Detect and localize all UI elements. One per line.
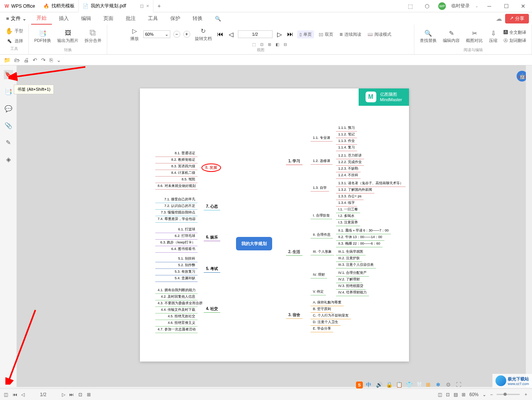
expand-icon[interactable]: ⛶ <box>456 382 463 388</box>
search-button[interactable]: 🔍 <box>209 12 226 25</box>
zoom-in-button[interactable]: ＋ <box>524 391 528 398</box>
double-page-button[interactable]: ▯▯双页 <box>317 31 335 38</box>
nav-prev[interactable]: ◁ <box>21 392 25 397</box>
maximize-button[interactable]: ☐ <box>500 0 512 12</box>
cloud-icon[interactable]: ☁ <box>496 15 502 22</box>
redo-icon[interactable]: ↷ <box>41 57 46 63</box>
new-tab-button[interactable]: ＋ <box>153 0 165 12</box>
compress-button[interactable]: ⇩压缩 <box>487 28 499 44</box>
export-image-button[interactable]: 🖼输出为图片 <box>56 28 80 44</box>
sound-icon[interactable]: 🔊 <box>376 382 383 388</box>
copy-icon[interactable]: ⎘ <box>50 57 53 63</box>
grid-icon[interactable]: ⬚ <box>404 0 416 12</box>
nav-last[interactable]: ⏭ <box>286 30 294 38</box>
snow-icon[interactable]: ❄ <box>436 382 443 388</box>
crop-compare-button[interactable]: ✂截图对比 <box>464 28 484 44</box>
zoom-select[interactable]: 60%⌄ <box>143 30 170 38</box>
caret-down-icon[interactable]: ⌄ <box>475 4 478 8</box>
login-text[interactable]: 临时登录 <box>451 3 470 9</box>
sogou-icon[interactable]: S <box>356 382 363 388</box>
clipboard-icon[interactable]: 📋 <box>396 382 403 388</box>
view-icon[interactable]: ⊡ <box>260 42 263 47</box>
tshirt-icon[interactable]: 👕 <box>406 382 413 388</box>
split-merge-button[interactable]: ⿻拆分合并 <box>83 28 103 44</box>
more-icon[interactable]: ⌄ <box>57 57 61 63</box>
menu-edit[interactable]: 编辑 <box>76 12 96 25</box>
caret-down-icon[interactable]: ⌄ <box>482 392 486 397</box>
menu-protect[interactable]: 保护 <box>165 12 186 25</box>
tool-icon[interactable]: 🦷 <box>416 382 423 388</box>
nav-next[interactable]: ▷ <box>276 30 283 38</box>
leaf-node: IV.3. 拒绝校园贷 <box>336 283 366 290</box>
ime-icon[interactable]: 中 <box>366 382 373 388</box>
view-icon[interactable]: ◫ <box>438 392 442 397</box>
gear-icon[interactable]: ⚙ <box>446 382 453 388</box>
cube-icon[interactable]: ⬡ <box>421 0 433 12</box>
attachment-button[interactable]: 📎 <box>4 121 13 130</box>
view-icon[interactable]: ⬚ <box>252 42 256 47</box>
layers-button[interactable]: ◈ <box>4 155 13 164</box>
edit-content-button[interactable]: ✎编辑内容 <box>441 28 461 44</box>
menu-tools[interactable]: 工具 <box>143 12 163 25</box>
page-input[interactable] <box>238 30 273 38</box>
share-icon: ↗ <box>510 15 514 22</box>
select-tool[interactable]: ⬉选择 <box>4 36 25 45</box>
nav-last[interactable]: ⏭ <box>69 392 74 397</box>
pdf-convert-button[interactable]: 📑PDF转换 <box>33 28 53 44</box>
zoom-out-button[interactable]: − <box>490 392 493 397</box>
menu-insert[interactable]: 插入 <box>53 12 74 25</box>
single-page-button[interactable]: ▯单页 <box>297 30 314 38</box>
hand-tool[interactable]: ✋手型 <box>4 26 25 35</box>
menu-start[interactable]: 开始 <box>31 12 52 25</box>
document-canvas[interactable]: 🤖 M 亿图脑图 MindMaster 我的大学规划 1. 学习 2. 生活 3… <box>17 65 532 387</box>
fit-page-icon[interactable]: ⊞ <box>87 392 91 397</box>
folder-icon[interactable]: 🗁 <box>14 57 20 63</box>
lock-icon[interactable]: 🔒 <box>386 382 393 388</box>
minimize-button[interactable]: ─ <box>484 0 495 12</box>
nav-first[interactable]: ⏮ <box>13 392 17 397</box>
tab-menu-icon[interactable]: ⊡ <box>140 3 144 9</box>
signature-button[interactable]: ✎ <box>4 138 13 147</box>
avatar[interactable]: WP <box>438 2 446 10</box>
open-icon[interactable]: 📁 <box>4 57 10 63</box>
nav-next[interactable]: ▷ <box>62 392 65 397</box>
quick-access-bar: 📁 🗁 🖨 ↶ ↷ ⎘ ⌄ <box>0 55 532 65</box>
view-icon[interactable]: ▤ <box>454 392 458 397</box>
bookmark-button[interactable]: 🔖 <box>4 70 13 79</box>
view-icon[interactable]: ◧ <box>276 42 279 47</box>
menu-convert[interactable]: 转换 <box>187 12 208 25</box>
rotate-button[interactable]: ↻旋转文档 <box>193 27 213 42</box>
play-button[interactable]: ▷播放 <box>129 27 140 42</box>
zoom-slider[interactable] <box>497 394 520 395</box>
word-translate-button[interactable]: Ⓐ划词翻译 <box>502 37 528 44</box>
tab-document[interactable]: 📄 我的大学规划.pdf ⊡ ✕ <box>79 0 153 12</box>
zoom-out-button[interactable]: − <box>173 31 180 38</box>
find-replace-button[interactable]: 🔍查找替换 <box>418 28 438 44</box>
read-mode-button[interactable]: 📖阅读模式 <box>366 31 393 38</box>
menu-page[interactable]: 页面 <box>98 12 119 25</box>
tab-templates[interactable]: 🔥 找稻壳模板 <box>40 0 79 12</box>
view-icon[interactable]: ⊟ <box>284 42 287 47</box>
continuous-button[interactable]: ≣连续阅读 <box>338 31 363 38</box>
outline-button[interactable]: 📑 <box>4 87 13 96</box>
grid-icon[interactable]: ⊞ <box>426 382 433 388</box>
view-icon[interactable]: ⊡ <box>446 392 450 397</box>
menu-annotate[interactable]: 批注 <box>120 12 141 25</box>
nav-first[interactable]: ⏮ <box>216 30 224 38</box>
view-icon[interactable]: ⊞ <box>462 392 466 397</box>
file-menu[interactable]: ≡ 文件 ⌄ <box>3 15 30 22</box>
close-icon[interactable]: ✕ <box>146 4 149 8</box>
panel-toggle[interactable]: ◫ <box>4 392 8 397</box>
nav-prev[interactable]: ◁ <box>227 30 235 38</box>
print-icon[interactable]: 🖨 <box>23 57 29 63</box>
zoom-in-button[interactable]: + <box>183 31 190 38</box>
fit-width-icon[interactable]: ⊡ <box>78 392 82 397</box>
share-button[interactable]: ↗ 分享 <box>505 14 529 23</box>
close-button[interactable]: ✕ <box>517 0 529 12</box>
comment-button[interactable]: 💬 <box>4 104 13 113</box>
view-icon[interactable]: ⊞ <box>268 42 271 47</box>
undo-icon[interactable]: ↶ <box>33 57 37 63</box>
full-translate-button[interactable]: 🅰全文翻译 <box>502 29 528 36</box>
vertical-scrollbar[interactable] <box>526 65 532 387</box>
node: 1.1. 专业课 <box>311 135 332 142</box>
